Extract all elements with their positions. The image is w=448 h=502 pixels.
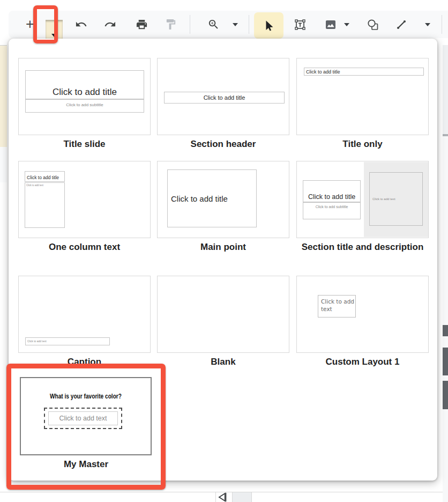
print-icon [136, 18, 148, 31]
resize-handle-icon[interactable] [216, 490, 230, 502]
line-dropdown-button[interactable] [422, 11, 434, 38]
background-right-panel-fragment [443, 45, 448, 502]
text-box-icon [294, 18, 307, 31]
layout-section-title-and-description[interactable]: Click to add title Click to add subtitle… [296, 161, 429, 238]
subtitle-placeholder: Click to add subtitle [25, 99, 144, 113]
body-placeholder: Click to add text [318, 295, 356, 318]
image-dropdown-button[interactable] [341, 11, 353, 38]
background-fragment [0, 147, 7, 182]
background-thumbnail-fragment [443, 325, 448, 336]
layout-label: Title only [296, 138, 429, 150]
zoom-dropdown-button[interactable] [229, 11, 241, 38]
body-placeholder: Click to add text [48, 411, 118, 425]
body-placeholder: Click to add text [369, 172, 423, 226]
body-placeholder: Click to add text [25, 182, 65, 228]
background-thumbnail-fragment [443, 381, 448, 409]
background-thumbnail-fragment [443, 348, 448, 375]
chevron-down-icon [344, 23, 349, 26]
subtitle-placeholder: Click to add subtitle [303, 202, 361, 219]
title-placeholder: Click to add title [25, 171, 65, 182]
background-filmstrip-fragment [0, 45, 7, 147]
layout-label: One column text [18, 241, 151, 253]
layout-label: Caption [18, 356, 151, 368]
main-toolbar: + [9, 11, 448, 38]
line-button[interactable] [392, 11, 411, 38]
text-box-button[interactable] [290, 11, 310, 38]
chevron-down-icon [233, 23, 238, 26]
plus-icon: + [26, 17, 34, 32]
zoom-button[interactable] [204, 11, 223, 38]
layout-title-slide[interactable]: Click to add title Click to add subtitle [18, 58, 151, 135]
shape-button[interactable] [363, 11, 383, 38]
image-icon [324, 18, 337, 31]
title-placeholder: Click to add title [304, 68, 424, 76]
layout-title-only[interactable]: Click to add title [296, 58, 429, 135]
title-placeholder: Click to add title [164, 92, 285, 104]
layout-label: Blank [157, 356, 289, 368]
layout-label: Section header [157, 138, 289, 150]
body-placeholder: Click to add text [25, 337, 110, 345]
layout-section-header[interactable]: Click to add title [157, 58, 289, 135]
line-icon [395, 18, 408, 31]
layout-picker-menu: Click to add title Click to add subtitle… [9, 39, 437, 481]
title-placeholder: Click to add title [303, 180, 361, 202]
undo-icon [75, 18, 87, 31]
layout-label: Section title and description [296, 241, 429, 253]
layout-label: Title slide [18, 138, 151, 150]
toolbar-divider [442, 15, 442, 34]
redo-icon [104, 18, 116, 31]
layout-label: Custom Layout 1 [296, 356, 429, 368]
select-tool-button[interactable] [254, 12, 283, 39]
title-placeholder: Click to add title [25, 70, 144, 99]
dashed-text-placeholder: Click to add text [44, 408, 122, 429]
master-question-text: What is your favorite color? [21, 392, 151, 400]
toolbar-divider [190, 15, 190, 34]
title-placeholder: Click to add title [167, 169, 257, 227]
undo-button[interactable] [72, 11, 90, 38]
layout-one-column-text[interactable]: Click to add title Click to add text [18, 161, 151, 238]
layout-caption[interactable]: Click to add text [18, 276, 151, 353]
new-slide-button[interactable]: + [20, 11, 40, 38]
layout-label: My Master [20, 459, 152, 470]
layout-my-master[interactable]: What is your favorite color? Click to ad… [20, 377, 152, 455]
zoom-icon [207, 18, 220, 31]
toolbar-divider [249, 15, 249, 34]
shape-icon [367, 18, 379, 31]
layout-label: Main point [157, 241, 289, 253]
image-button[interactable] [321, 11, 340, 38]
paint-format-button[interactable] [161, 11, 180, 38]
paint-format-icon [165, 18, 177, 31]
chevron-down-icon [425, 23, 430, 26]
redo-button[interactable] [101, 11, 119, 38]
print-button[interactable] [132, 11, 151, 38]
layout-main-point[interactable]: Click to add title [157, 161, 289, 238]
cursor-icon [263, 19, 275, 32]
chevron-down-icon [51, 34, 57, 37]
background-bottom-fragment [232, 492, 252, 502]
layout-blank[interactable] [157, 276, 289, 353]
layout-custom-layout-1[interactable]: Click to add text [296, 276, 429, 353]
